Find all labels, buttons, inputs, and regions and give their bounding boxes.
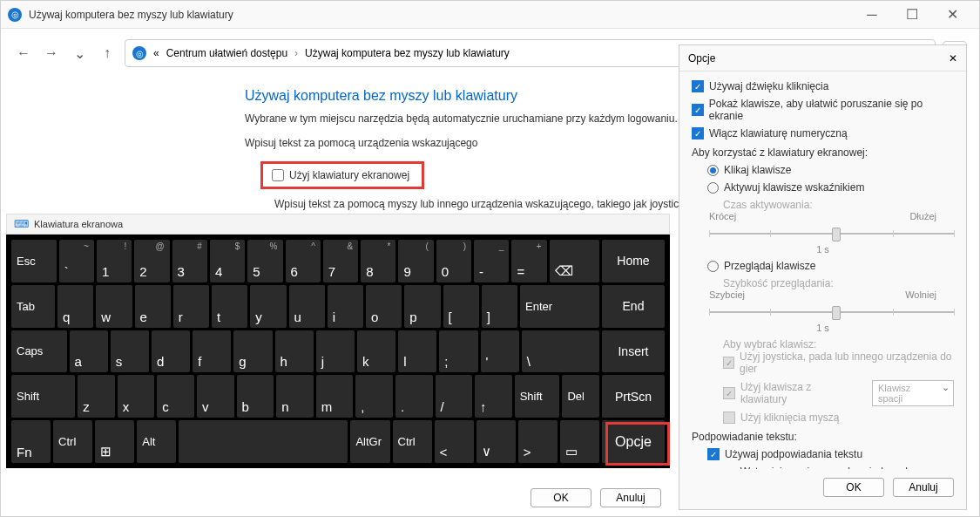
osk-key[interactable]: u: [289, 285, 325, 328]
osk-key[interactable]: ↑: [475, 375, 512, 418]
osk-key[interactable]: q: [57, 285, 93, 328]
osk-key[interactable]: <: [435, 420, 474, 463]
osk-key[interactable]: 9(: [398, 240, 433, 282]
osk-key[interactable]: -_: [474, 240, 509, 282]
osk-key[interactable]: \: [522, 330, 599, 373]
osk-key[interactable]: 6^: [286, 240, 321, 282]
options-close-button[interactable]: ✕: [949, 52, 957, 65]
osk-key[interactable]: i: [328, 285, 363, 328]
checkbox-input[interactable]: [272, 169, 284, 181]
osk-key[interactable]: =+: [511, 240, 546, 282]
osk-key[interactable]: j: [316, 330, 355, 373]
osk-key[interactable]: ]: [482, 285, 517, 328]
osk-key[interactable]: PrtScn: [602, 375, 665, 418]
ok-button[interactable]: OK: [531, 488, 591, 507]
osk-key[interactable]: 4$: [210, 240, 245, 282]
osk-key[interactable]: d: [152, 330, 190, 373]
osk-key[interactable]: `~: [59, 240, 94, 282]
osk-key[interactable]: Esc: [11, 240, 57, 282]
up-button[interactable]: ↑: [97, 43, 118, 64]
osk-key[interactable]: a: [70, 330, 108, 373]
osk-key[interactable]: e: [135, 285, 171, 328]
osk-key[interactable]: /: [436, 375, 473, 418]
osk-key[interactable]: Ctrl: [53, 420, 92, 463]
osk-key[interactable]: l: [398, 330, 436, 373]
osk-key[interactable]: Enter: [520, 285, 599, 328]
osk-key[interactable]: Del: [562, 375, 599, 418]
options-cancel-button[interactable]: Anuluj: [893, 478, 954, 497]
osk-key[interactable]: ,: [355, 375, 393, 418]
osk-key[interactable]: b: [237, 375, 274, 418]
options-dialog: Opcje ✕ ✓Używaj dźwięku kliknięcia ✓Poka…: [679, 44, 967, 510]
use-onscreen-keyboard-checkbox[interactable]: Użyj klawiatury ekranowej: [265, 166, 416, 185]
osk-key[interactable]: h: [275, 330, 314, 373]
osk-key[interactable]: ▭: [560, 420, 599, 463]
options-footer: OK Anuluj: [679, 469, 966, 509]
osk-key[interactable]: >: [518, 420, 558, 463]
osk-key[interactable]: 1!: [97, 240, 132, 282]
osk-key[interactable]: y: [250, 285, 286, 328]
osk-key[interactable]: s: [111, 330, 149, 373]
scan-keys-radio[interactable]: Przeglądaj klawisze: [707, 260, 954, 272]
osk-key[interactable]: 8*: [361, 240, 395, 282]
osk-key[interactable]: 0): [436, 240, 471, 282]
cancel-button[interactable]: Anuluj: [600, 488, 661, 507]
forward-button[interactable]: →: [41, 43, 62, 64]
click-sound-checkbox[interactable]: ✓Używaj dźwięku kliknięcia: [692, 80, 954, 92]
osk-key[interactable]: Shift: [11, 375, 75, 418]
use-prediction-checkbox[interactable]: ✓Używaj podpowiadania tekstu: [707, 448, 954, 460]
hover-keys-radio[interactable]: Aktywuj klawisze wskaźnikiem: [707, 181, 954, 194]
osk-key[interactable]: End: [602, 285, 665, 328]
osk-key[interactable]: Insert: [602, 330, 665, 373]
osk-key[interactable]: Ctrl: [393, 420, 432, 463]
osk-key[interactable]: [: [443, 285, 479, 328]
osk-key[interactable]: ': [481, 330, 519, 373]
osk-key[interactable]: c: [157, 375, 194, 418]
back-button[interactable]: ←: [13, 43, 34, 64]
highlight-box: Użyj klawiatury ekranowej: [260, 161, 424, 189]
osk-key[interactable]: k: [357, 330, 395, 373]
osk-key[interactable]: Alt: [137, 420, 176, 463]
osk-key[interactable]: t: [212, 285, 247, 328]
osk-key[interactable]: ⊞: [95, 420, 134, 463]
osk-key[interactable]: ⌫: [550, 240, 599, 282]
osk-key[interactable]: .: [395, 375, 433, 418]
osk-key[interactable]: 7&: [323, 240, 358, 282]
osk-key[interactable]: r: [173, 285, 209, 328]
breadcrumb-item[interactable]: Centrum ułatwień dostępu: [166, 47, 287, 59]
osk-key[interactable]: AltGr: [350, 420, 389, 463]
scan-speed-slider: [709, 303, 954, 321]
breadcrumb-item[interactable]: Używaj komputera bez myszy lub klawiatur…: [305, 47, 510, 59]
osk-key[interactable]: w: [96, 285, 132, 328]
osk-key[interactable]: f: [193, 330, 231, 373]
osk-key[interactable]: o: [366, 285, 402, 328]
osk-key[interactable]: 5%: [247, 240, 282, 282]
osk-key[interactable]: m: [316, 375, 354, 418]
history-button[interactable]: ⌄: [69, 43, 90, 64]
osk-key[interactable]: g: [233, 330, 272, 373]
osk-key[interactable]: ∨: [476, 420, 516, 463]
click-keys-radio[interactable]: Klikaj klawisze: [707, 164, 954, 176]
maximize-button[interactable]: ☐: [892, 1, 932, 29]
osk-key[interactable]: Fn: [11, 420, 51, 463]
text-prediction-label: Podpowiadanie tekstu:: [692, 431, 954, 443]
osk-key[interactable]: Caps: [11, 330, 67, 373]
osk-options-key[interactable]: Opcje: [602, 420, 665, 463]
osk-key[interactable]: Tab: [11, 285, 55, 328]
osk-key[interactable]: 2@: [134, 240, 169, 282]
osk-key[interactable]: n: [276, 375, 314, 418]
minimize-button[interactable]: ─: [852, 1, 892, 29]
numpad-checkbox[interactable]: ✓Włącz klawiaturę numeryczną: [692, 127, 954, 139]
osk-key[interactable]: z: [78, 375, 115, 418]
osk-key[interactable]: x: [118, 375, 155, 418]
osk-key[interactable]: Shift: [515, 375, 560, 418]
osk-key[interactable]: Home: [602, 240, 665, 282]
show-keys-checkbox[interactable]: ✓Pokaż klawisze, aby ułatwić poruszanie …: [692, 98, 954, 122]
osk-key[interactable]: ;: [439, 330, 477, 373]
osk-key[interactable]: v: [197, 375, 234, 418]
osk-key[interactable]: p: [404, 285, 440, 328]
options-ok-button[interactable]: OK: [823, 478, 884, 497]
osk-key[interactable]: [179, 420, 348, 463]
close-button[interactable]: ✕: [932, 1, 972, 29]
osk-key[interactable]: 3#: [172, 240, 207, 282]
